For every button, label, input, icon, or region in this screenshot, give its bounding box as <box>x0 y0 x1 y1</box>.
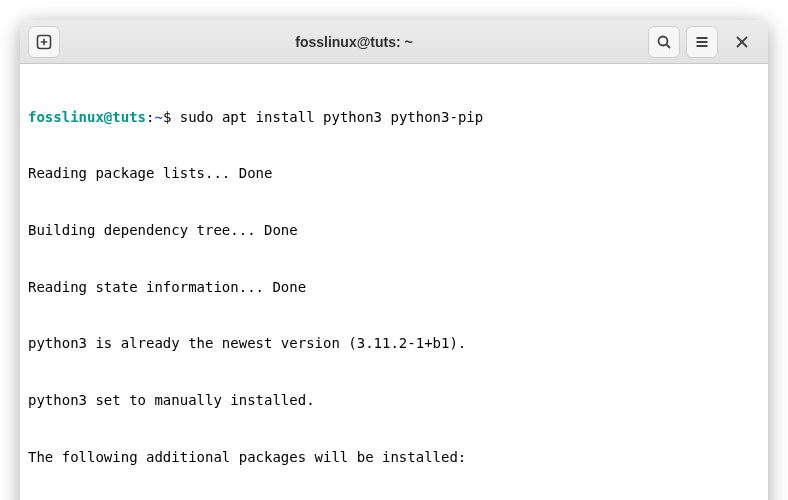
output-line: Reading state information... Done <box>28 278 760 297</box>
output-line: The following additional packages will b… <box>28 448 760 467</box>
hamburger-icon <box>694 34 710 50</box>
svg-line-4 <box>667 44 671 48</box>
output-line: python3 set to manually installed. <box>28 391 760 410</box>
plus-square-icon <box>36 34 52 50</box>
close-icon <box>736 36 748 48</box>
prompt-userhost: fosslinux@tuts <box>28 109 146 125</box>
output-line: python3 is already the newest version (3… <box>28 334 760 353</box>
svg-point-3 <box>659 36 668 45</box>
window-title: fosslinux@tuts: ~ <box>60 34 648 50</box>
output-line: Reading package lists... Done <box>28 164 760 183</box>
terminal-body[interactable]: fosslinux@tuts:~$ sudo apt install pytho… <box>20 64 768 500</box>
prompt-suffix: $ <box>163 109 180 125</box>
prompt-line: fosslinux@tuts:~$ sudo apt install pytho… <box>28 108 760 127</box>
command-text: sudo apt install python3 python3-pip <box>180 109 483 125</box>
prompt-path: ~ <box>154 109 162 125</box>
search-icon <box>656 34 672 50</box>
terminal-window: fosslinux@tuts: ~ <box>20 20 768 500</box>
titlebar: fosslinux@tuts: ~ <box>20 20 768 64</box>
close-button[interactable] <box>724 24 760 60</box>
search-button[interactable] <box>648 26 680 58</box>
menu-button[interactable] <box>686 26 718 58</box>
new-tab-button[interactable] <box>28 26 60 58</box>
output-line: Building dependency tree... Done <box>28 221 760 240</box>
